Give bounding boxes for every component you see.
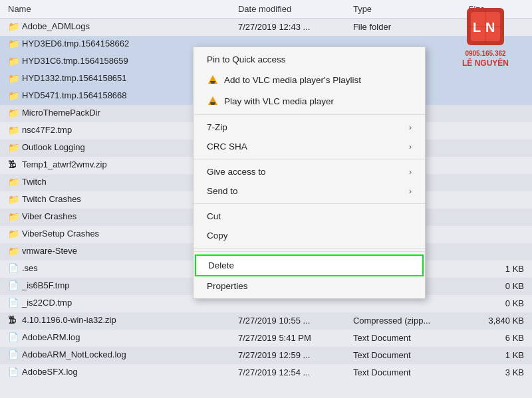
cell-size: 1 KB — [460, 260, 532, 278]
cell-size: 0 KB — [460, 278, 532, 295]
col-header-type[interactable]: Type — [345, 0, 460, 19]
file-icon: 📄 — [8, 298, 19, 308]
menu-item-label: Pin to Quick access — [207, 54, 286, 64]
cell-size: 3 KB — [460, 364, 532, 381]
svg-rect-3 — [210, 81, 215, 82]
menu-item-content: Give access to — [207, 167, 266, 177]
menu-item-label: Give access to — [207, 167, 266, 177]
context-menu-item-play_vlc[interactable]: Play with VLC media player — [194, 90, 425, 112]
table-row[interactable]: 📄AdobeSFX.log 7/27/2019 12:54 ... Text D… — [0, 364, 532, 381]
folder-icon: 📁 — [8, 90, 19, 101]
cell-size — [460, 243, 532, 260]
folder-icon: 📁 — [8, 56, 19, 66]
submenu-arrow-icon: › — [409, 123, 412, 132]
file-icon: 📄 — [8, 280, 19, 291]
cell-type: Text Document — [345, 347, 460, 364]
context-menu-item-add_vlc[interactable]: Add to VLC media player's Playlist — [194, 69, 425, 90]
cell-size: 6 KB — [460, 330, 532, 347]
zip-icon: 🗜 — [8, 159, 19, 170]
folder-icon: 📁 — [8, 142, 19, 153]
menu-item-content: 7-Zip — [207, 122, 227, 132]
menu-item-content: Send to — [207, 186, 238, 196]
cell-name: 📄AdobeSFX.log — [0, 364, 230, 381]
menu-item-content: Play with VLC media player — [207, 95, 334, 107]
menu-separator — [194, 203, 425, 204]
context-menu-item-cut[interactable]: Cut — [194, 207, 425, 226]
menu-item-content: Add to VLC media player's Playlist — [207, 74, 361, 86]
cell-type: File folder — [345, 19, 460, 36]
cell-size — [460, 226, 532, 243]
file-icon: 📄 — [8, 332, 19, 343]
cell-size — [460, 70, 532, 88]
cell-date: 7/27/2019 12:59 ... — [230, 347, 345, 364]
context-menu-item-crc_sha[interactable]: CRC SHA › — [194, 137, 425, 156]
file-icon: 📄 — [8, 349, 19, 360]
cell-date: 7/27/2019 12:54 ... — [230, 364, 345, 381]
menu-item-label: Copy — [207, 231, 228, 241]
svg-text:N: N — [485, 20, 495, 35]
menu-item-content: Properties — [207, 281, 248, 291]
context-menu-item-send_to[interactable]: Send to › — [194, 181, 425, 201]
file-icon: 📄 — [8, 263, 19, 274]
submenu-arrow-icon: › — [409, 142, 412, 151]
folder-icon: 📁 — [8, 73, 19, 84]
context-menu: Pin to Quick access Add to VLC media pla… — [193, 47, 426, 299]
svg-text:L: L — [473, 20, 481, 35]
col-header-date[interactable]: Date modified — [230, 0, 345, 19]
cell-date: 7/27/2019 5:41 PM — [230, 330, 345, 347]
vlc-icon — [207, 95, 219, 107]
cell-date: 7/27/2019 12:43 ... — [230, 19, 345, 36]
menu-item-label: Send to — [207, 186, 238, 196]
file-explorer: Name Date modified Type Size 📁Adobe_ADML… — [0, 0, 532, 398]
table-row[interactable]: 📄AdobeARM.log 7/27/2019 5:41 PM Text Doc… — [0, 330, 532, 347]
menu-separator — [194, 248, 425, 249]
folder-icon: 📁 — [8, 39, 19, 49]
brand-name: LÊ NGUYÊN — [446, 58, 525, 68]
cell-size: 0 KB — [460, 295, 532, 312]
file-icon: 📄 — [8, 367, 19, 377]
table-row[interactable]: 📄AdobeARM_NotLocked.log 7/27/2019 12:59 … — [0, 347, 532, 364]
cell-size: 3,840 KB — [460, 312, 532, 330]
folder-icon: 📁 — [8, 21, 19, 32]
menu-item-label: Delete — [208, 260, 234, 270]
col-header-name[interactable]: Name — [0, 0, 230, 19]
folder-icon: 📁 — [8, 125, 19, 136]
cell-size: 1 KB — [460, 347, 532, 364]
menu-item-content: Copy — [207, 231, 228, 241]
context-menu-item-copy[interactable]: Copy — [194, 226, 425, 245]
folder-icon: 📁 — [8, 246, 19, 256]
table-row[interactable]: 🗜4.10.1196.0-win-ia32.zip 7/27/2019 10:5… — [0, 312, 532, 330]
cell-size — [460, 105, 532, 122]
menu-item-label: Properties — [207, 281, 248, 291]
cell-size — [460, 88, 532, 105]
cell-size — [460, 191, 532, 209]
folder-icon: 📁 — [8, 108, 19, 118]
cell-date: 7/27/2019 10:55 ... — [230, 312, 345, 330]
context-menu-item-delete[interactable]: Delete — [195, 254, 424, 276]
brand-logo-icon: L N — [466, 7, 505, 47]
menu-item-content: Cut — [207, 211, 221, 221]
menu-item-content: Delete — [208, 260, 234, 270]
submenu-arrow-icon: › — [409, 187, 412, 196]
menu-item-label: Add to VLC media player's Playlist — [224, 75, 361, 85]
menu-item-content: Pin to Quick access — [207, 54, 286, 64]
menu-item-label: Cut — [207, 211, 221, 221]
vlc-icon — [207, 74, 219, 86]
context-menu-item-give_access[interactable]: Give access to › — [194, 162, 425, 181]
context-menu-item-7zip[interactable]: 7-Zip › — [194, 118, 425, 137]
menu-separator — [194, 114, 425, 115]
cell-type: Text Document — [345, 330, 460, 347]
cell-size — [460, 122, 532, 140]
cell-name: 📄AdobeARM.log — [0, 330, 230, 347]
menu-separator — [194, 159, 425, 159]
menu-item-label: Play with VLC media player — [224, 96, 334, 106]
cell-size — [460, 209, 532, 226]
cell-type: Compressed (zipp... — [345, 312, 460, 330]
folder-icon: 📁 — [8, 194, 19, 205]
cell-name: 📄AdobeARM_NotLocked.log — [0, 347, 230, 364]
menu-item-content: CRC SHA — [207, 142, 247, 151]
cell-name: 📁Adobe_ADMLogs — [0, 19, 230, 36]
submenu-arrow-icon: › — [409, 167, 412, 177]
context-menu-item-properties[interactable]: Properties — [194, 276, 425, 296]
context-menu-item-pin[interactable]: Pin to Quick access — [194, 50, 425, 69]
